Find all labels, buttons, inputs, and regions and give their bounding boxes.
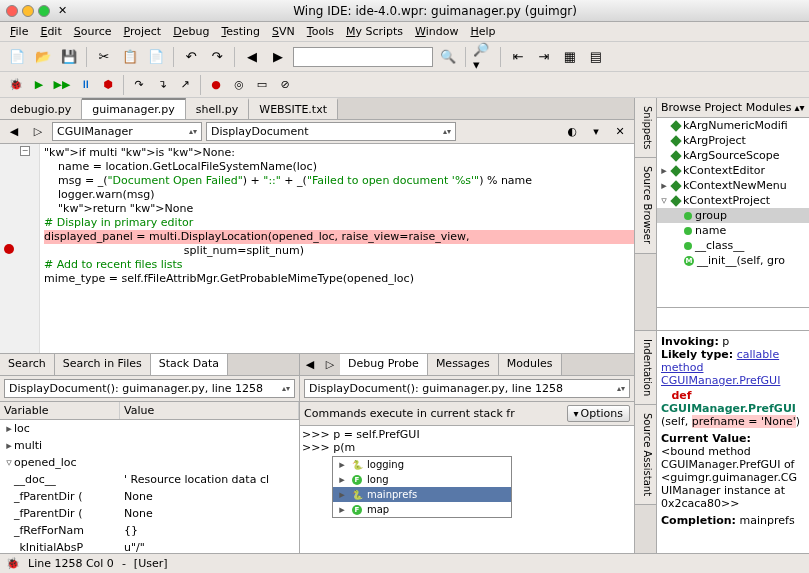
vtab-snippets[interactable]: Snippets — [635, 98, 656, 158]
bottom-tab[interactable]: Debug Probe — [340, 354, 428, 375]
probe-location-bar: DisplayDocument(): guimanager.py, line 1… — [300, 376, 634, 402]
tree-item[interactable]: ▸kContextEditor — [657, 163, 809, 178]
bottom-tab[interactable]: Stack Data — [151, 354, 228, 375]
tree-item[interactable]: kArgProject — [657, 133, 809, 148]
method-combo[interactable]: DisplayDocument▴▾ — [206, 122, 456, 141]
variable-row[interactable]: ▸loc — [0, 420, 299, 437]
vtab-indentation[interactable]: Indentation — [635, 331, 656, 405]
open-file-icon[interactable]: 📂 — [32, 46, 54, 68]
bottom-tab[interactable]: Search — [0, 354, 55, 375]
close-editor-icon[interactable]: ✕ — [610, 122, 630, 142]
variable-row[interactable]: ▸multi — [0, 437, 299, 454]
tree-item[interactable]: ▿kContextProject — [657, 193, 809, 208]
debug-stop-icon[interactable]: ⬢ — [98, 75, 118, 95]
variable-row[interactable]: _fRefForNam{} — [0, 522, 299, 539]
variable-row[interactable]: __doc__' Resource location data cl — [0, 471, 299, 488]
code-editor[interactable]: − "kw">if multi "kw">is "kw">None: name … — [0, 144, 634, 353]
bottom-tab[interactable]: Modules — [499, 354, 562, 375]
debug-pause-icon[interactable]: ⏸ — [75, 75, 95, 95]
breakpoint-sel-icon[interactable]: ◎ — [229, 75, 249, 95]
cut-icon[interactable]: ✂ — [93, 46, 115, 68]
probe-options-button[interactable]: ▾ Options — [567, 405, 630, 422]
breakpoint-add-icon[interactable]: ● — [206, 75, 226, 95]
file-tab[interactable]: guimanager.py — [82, 98, 185, 119]
undo-icon[interactable]: ↶ — [180, 46, 202, 68]
redo-icon[interactable]: ↷ — [206, 46, 228, 68]
bookmark-icon[interactable]: ◐ — [562, 122, 582, 142]
bottom-tab[interactable]: Search in Files — [55, 354, 151, 375]
back-icon[interactable]: ◀ — [241, 46, 263, 68]
step-out-icon[interactable]: ↗ — [175, 75, 195, 95]
completion-item[interactable]: ▸Fmap — [333, 502, 511, 517]
status-mode: [User] — [134, 557, 168, 570]
probe-location-combo[interactable]: DisplayDocument(): guimanager.py, line 1… — [304, 379, 630, 398]
indent-right-icon[interactable]: ⇥ — [533, 46, 555, 68]
breakpoint-list-icon[interactable]: ▭ — [252, 75, 272, 95]
tree-item[interactable]: __class__ — [657, 238, 809, 253]
probe-back-icon[interactable]: ◀ — [300, 354, 320, 374]
forward-icon[interactable]: ▶ — [267, 46, 289, 68]
menu-source[interactable]: Source — [70, 23, 116, 40]
menu-svn[interactable]: SVN — [268, 23, 299, 40]
status-bug-icon[interactable]: 🐞 — [6, 557, 20, 570]
file-tab[interactable]: debugio.py — [0, 98, 82, 119]
debug-run-icon[interactable]: ▶ — [29, 75, 49, 95]
completion-item[interactable]: ▸Flong — [333, 472, 511, 487]
indent-left-icon[interactable]: ⇤ — [507, 46, 529, 68]
breakpoint-clear-icon[interactable]: ⊘ — [275, 75, 295, 95]
step-into-icon[interactable]: ↴ — [152, 75, 172, 95]
tree-item[interactable]: M__init__(self, gro — [657, 253, 809, 268]
debug-continue-icon[interactable]: ▶▶ — [52, 75, 72, 95]
menu-my-scripts[interactable]: My Scripts — [342, 23, 407, 40]
nav-fwd-icon[interactable]: ▷ — [28, 122, 48, 142]
file-tab[interactable]: WEBSITE.txt — [249, 98, 338, 119]
class-combo[interactable]: CGUIManager▴▾ — [52, 122, 202, 141]
nav-back-icon[interactable]: ◀ — [4, 122, 24, 142]
close-window-icon[interactable] — [6, 5, 18, 17]
stack-location-combo[interactable]: DisplayDocument(): guimanager.py, line 1… — [4, 379, 295, 398]
completion-item[interactable]: ▸🐍mainprefs — [333, 487, 511, 502]
menu-debug[interactable]: Debug — [169, 23, 213, 40]
menu-file[interactable]: File — [6, 23, 32, 40]
tree-item[interactable]: name — [657, 223, 809, 238]
new-file-icon[interactable]: 📄 — [6, 46, 28, 68]
comment-icon[interactable]: ▦ — [559, 46, 581, 68]
probe-fwd-icon[interactable]: ▷ — [320, 354, 340, 374]
uncomment-icon[interactable]: ▤ — [585, 46, 607, 68]
debug-probe-console[interactable]: >>> p = self.PrefGUI>>> p(m ▸🐍logging▸Fl… — [300, 426, 634, 553]
completion-item[interactable]: ▸🐍logging — [333, 457, 511, 472]
menu-project[interactable]: Project — [120, 23, 166, 40]
bottom-tab[interactable]: Messages — [428, 354, 499, 375]
save-file-icon[interactable]: 💾 — [58, 46, 80, 68]
vtab-source-browser[interactable]: Source Browser — [635, 158, 656, 253]
menu-edit[interactable]: Edit — [36, 23, 65, 40]
tree-item[interactable]: group — [657, 208, 809, 223]
search-icon[interactable]: 🔍 — [437, 46, 459, 68]
maximize-window-icon[interactable] — [38, 5, 50, 17]
step-over-icon[interactable]: ↷ — [129, 75, 149, 95]
tree-item[interactable]: ▸kContextNewMenu — [657, 178, 809, 193]
minimize-window-icon[interactable] — [22, 5, 34, 17]
copy-icon[interactable]: 📋 — [119, 46, 141, 68]
fold-icon[interactable]: − — [20, 146, 30, 156]
variable-row[interactable]: _kInitialAbsPu"/" — [0, 539, 299, 553]
options-icon[interactable]: ▾ — [586, 122, 606, 142]
link-prefgui[interactable]: CGUIManager.PrefGUI — [661, 374, 780, 387]
goto-def-icon[interactable]: 🔎▾ — [472, 46, 494, 68]
module-tree[interactable]: kArgNumericModifikArgProjectkArgSourceSc… — [657, 118, 809, 307]
variable-row[interactable]: ▿opened_loc — [0, 454, 299, 471]
search-input[interactable] — [293, 47, 433, 67]
menu-tools[interactable]: Tools — [303, 23, 338, 40]
vtab-source-assistant[interactable]: Source Assistant — [635, 405, 656, 505]
tree-item[interactable]: kArgNumericModifi — [657, 118, 809, 133]
file-tab[interactable]: shell.py — [186, 98, 250, 119]
menu-window[interactable]: Window — [411, 23, 462, 40]
variable-row[interactable]: _fParentDir (None — [0, 488, 299, 505]
breakpoint-icon[interactable] — [4, 244, 14, 254]
menu-testing[interactable]: Testing — [217, 23, 264, 40]
debug-bug-icon[interactable]: 🐞 — [6, 75, 26, 95]
paste-icon[interactable]: 📄 — [145, 46, 167, 68]
tree-item[interactable]: kArgSourceScope — [657, 148, 809, 163]
menu-help[interactable]: Help — [466, 23, 499, 40]
variable-row[interactable]: _fParentDir (None — [0, 505, 299, 522]
